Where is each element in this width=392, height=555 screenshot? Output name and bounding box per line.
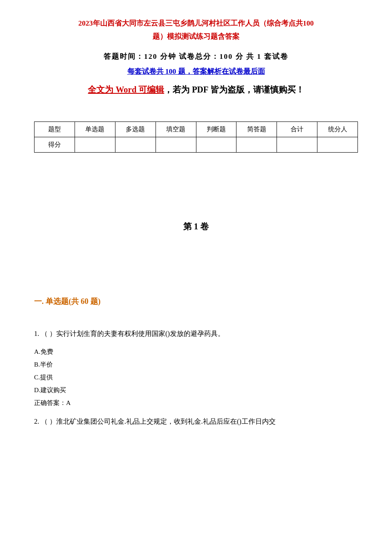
- score-table-header: 合计: [277, 122, 317, 137]
- score-table-cell: [196, 137, 236, 153]
- question-text: 1. （ ）实行计划生育的夫妻有权利使用国家()发放的避孕药具。: [34, 328, 358, 339]
- page-title: 2023年山西省大同市左云县三屯乡鹊儿河村社区工作人员（综合考点共100 题）模…: [34, 17, 358, 43]
- question-options: A.免费B.半价C.提供D.建议购买: [34, 345, 358, 396]
- score-table-cell: [317, 137, 358, 153]
- score-table-cell: [115, 137, 156, 153]
- score-table-header: 单选题: [75, 122, 115, 137]
- score-table-header: 统分人: [317, 122, 358, 137]
- score-table-header: 判断题: [196, 122, 236, 137]
- questions-container: 1. （ ）实行计划生育的夫妻有权利使用国家()发放的避孕药具。A.免费B.半价…: [34, 328, 358, 427]
- score-table-cell: [277, 137, 317, 153]
- word-notice: 全文为 Word 可编辑，若为 PDF 皆为盗版，请谨慎购买！: [34, 82, 358, 97]
- title-line2: 题）模拟测试练习题含答案: [34, 30, 358, 43]
- score-table-header: 多选题: [115, 122, 156, 137]
- word-notice-part1: 全文为 Word 可编辑: [88, 85, 164, 94]
- option-item: B.半价: [34, 358, 358, 371]
- exam-info: 答题时间：120 分钟 试卷总分：100 分 共 1 套试卷: [34, 52, 358, 61]
- score-table-cell: [236, 137, 277, 153]
- score-table-header: 简答题: [236, 122, 277, 137]
- option-item: D.建议购买: [34, 384, 358, 396]
- score-table-header: 填空题: [156, 122, 196, 137]
- section-title: 一. 单选题(共 60 题): [34, 296, 358, 306]
- question-item: 1. （ ）实行计划生育的夫妻有权利使用国家()发放的避孕药具。A.免费B.半价…: [34, 328, 358, 407]
- question-answer: 正确答案：A: [34, 399, 358, 407]
- volume-label: 第 1 卷: [34, 221, 358, 232]
- score-table-cell: [156, 137, 196, 153]
- option-item: C.提供: [34, 371, 358, 384]
- title-line1: 2023年山西省大同市左云县三屯乡鹊儿河村社区工作人员（综合考点共100: [34, 17, 358, 30]
- score-table-header: 题型: [35, 122, 75, 137]
- exam-notice: 每套试卷共 100 题，答案解析在试卷最后面: [34, 66, 358, 76]
- score-table: 题型单选题多选题填空题判断题简答题合计统分人得分: [34, 121, 358, 153]
- option-item: A.免费: [34, 345, 358, 358]
- question-text: 2. （ ）淮北矿业集团公司礼金.礼品上交规定，收到礼金.礼品后应在()工作日内…: [34, 416, 358, 427]
- score-table-cell: 得分: [35, 137, 75, 153]
- score-table-cell: [75, 137, 115, 153]
- word-notice-part2: ，若为 PDF 皆为盗版，请谨慎购买！: [164, 85, 304, 94]
- question-item: 2. （ ）淮北矿业集团公司礼金.礼品上交规定，收到礼金.礼品后应在()工作日内…: [34, 416, 358, 427]
